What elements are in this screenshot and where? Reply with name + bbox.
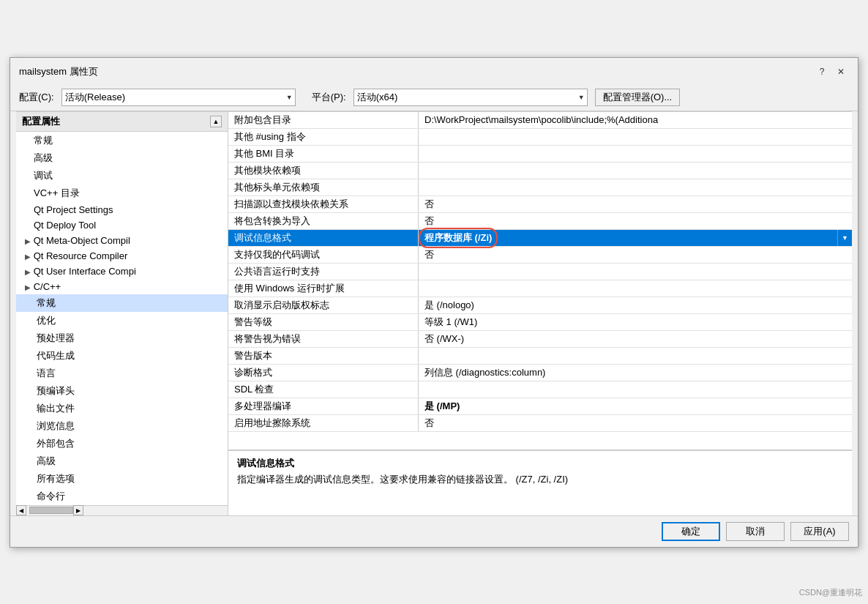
tree-item-cpp-cmd[interactable]: 命令行: [16, 488, 228, 505]
props-row-win-runtime[interactable]: 使用 Windows 运行时扩展: [228, 280, 852, 297]
tree-item-general[interactable]: 常规: [16, 132, 228, 149]
config-select[interactable]: 活动(Release): [61, 89, 296, 106]
tree-item-cpp-browse[interactable]: 浏览信息: [16, 417, 228, 435]
prop-name-scan-dep: 扫描源以查找模块依赖关系: [228, 196, 419, 212]
close-button[interactable]: ✕: [833, 64, 849, 80]
config-manager-button[interactable]: 配置管理器(O)...: [595, 89, 681, 106]
prop-value-debug-format: 程序数据库 (/Zi): [419, 230, 837, 246]
platform-label: 平台(P):: [312, 91, 346, 104]
ok-button[interactable]: 确定: [662, 522, 720, 541]
title-controls: ? ✕: [814, 64, 849, 80]
tree-item-cpp-output[interactable]: 输出文件: [16, 400, 228, 417]
cancel-button[interactable]: 取消: [726, 522, 785, 541]
tree-item-label: Qt User Interface Compi: [34, 266, 136, 277]
tree-item-cpp-codegen[interactable]: 代码生成: [16, 347, 228, 365]
prop-value-convert-include: 否: [419, 213, 852, 229]
props-row-multi-proc[interactable]: 多处理器编译是 (/MP): [228, 398, 852, 415]
props-row-just-my-code[interactable]: 支持仅我的代码调试否: [228, 247, 852, 264]
prop-value-scan-dep: 否: [419, 196, 852, 212]
props-row-additional-include[interactable]: 附加包含目录D:\WorkProject\mailsystem\pocolib\…: [228, 112, 852, 129]
description-panel: 调试信息格式 指定编译器生成的调试信息类型。这要求使用兼容的链接器设置。 (/Z…: [228, 450, 852, 515]
prop-name-multi-proc: 多处理器编译: [228, 398, 419, 414]
props-row-sdl-check[interactable]: SDL 检查: [228, 381, 852, 398]
props-row-warning-level[interactable]: 警告等级等级 1 (/W1): [228, 314, 852, 331]
props-row-scan-dep[interactable]: 扫描源以查找模块依赖关系否: [228, 196, 852, 213]
tree-item-cpp-preprocess[interactable]: 预处理器: [16, 329, 228, 347]
tree-item-cpp-all[interactable]: 所有选项: [16, 470, 228, 488]
tree-header-label: 配置属性: [22, 115, 60, 128]
hscroll-left[interactable]: ◀: [16, 505, 26, 515]
prop-value-just-my-code: 否: [419, 247, 852, 263]
tree-item-label: Qt Project Settings: [34, 204, 113, 215]
tree-panel-inner: 常规高级调试VC++ 目录Qt Project SettingsQt Deplo…: [16, 132, 228, 505]
tree-item-label: 语言: [37, 368, 56, 379]
props-row-convert-include[interactable]: 将包含转换为导入否: [228, 213, 852, 230]
props-row-warning-ver[interactable]: 警告版本: [228, 348, 852, 365]
hscroll-right[interactable]: ▶: [73, 505, 83, 515]
props-row-module-dep[interactable]: 其他模块依赖项: [228, 163, 852, 179]
help-button[interactable]: ?: [814, 64, 830, 80]
prop-name-clr-support: 公共语言运行时支持: [228, 264, 419, 280]
props-row-clr-support[interactable]: 公共语言运行时支持: [228, 264, 852, 280]
tree-item-cpp-external[interactable]: 外部包含: [16, 435, 228, 452]
prop-value-using-dir: [419, 129, 852, 145]
tree-item-cpp-lang[interactable]: 语言: [16, 365, 228, 382]
tree-hscroll[interactable]: ◀ ▶: [16, 505, 228, 515]
prop-name-warning-ver: 警告版本: [228, 348, 419, 364]
tree-item-label: Qt Meta-Object Compil: [34, 235, 130, 246]
apply-button[interactable]: 应用(A): [790, 522, 849, 541]
tree-item-qt-project[interactable]: Qt Project Settings: [16, 202, 228, 217]
prop-value-suppress-banner: 是 (/nologo): [419, 297, 852, 313]
tree-item-advanced[interactable]: 高级: [16, 149, 228, 167]
tree-item-label: 高级: [34, 152, 53, 163]
props-row-suppress-banner[interactable]: 取消显示启动版权标志是 (/nologo): [228, 297, 852, 314]
props-table[interactable]: 附加包含目录D:\WorkProject\mailsystem\pocolib\…: [228, 112, 852, 450]
prop-name-suppress-banner: 取消显示启动版权标志: [228, 297, 419, 313]
tree-item-label: 常规: [34, 135, 53, 146]
tree-item-cpp-optimize[interactable]: 优化: [16, 312, 228, 329]
tree-item-cpp-general[interactable]: 常规: [16, 294, 228, 312]
props-row-addr-sanitizer[interactable]: 启用地址擦除系统否: [228, 415, 852, 432]
tree-item-label: 代码生成: [37, 350, 75, 361]
tree-item-label: 常规: [37, 297, 56, 308]
prop-name-diag-format: 诊断格式: [228, 365, 419, 381]
prop-value-warning-error: 否 (/WX-): [419, 331, 852, 347]
tree-item-vc-dirs[interactable]: VC++ 目录: [16, 184, 228, 202]
props-row-header-dep[interactable]: 其他标头单元依赖项: [228, 179, 852, 196]
tree-item-label: 浏览信息: [37, 420, 75, 431]
tree-item-cpp-adv[interactable]: 高级: [16, 452, 228, 470]
tree-scroll-up[interactable]: ▲: [210, 116, 222, 127]
tree-item-label: 调试: [34, 170, 53, 181]
tree-item-debug[interactable]: 调试: [16, 167, 228, 184]
config-select-wrapper[interactable]: 活动(Release): [61, 89, 296, 106]
main-content: 配置属性 ▲ 常规高级调试VC++ 目录Qt Project SettingsQ…: [16, 111, 852, 515]
props-row-debug-format[interactable]: 调试信息格式 程序数据库 (/Zi) ▼: [228, 230, 852, 247]
prop-name-debug-format: 调试信息格式: [228, 230, 419, 246]
props-row-using-dir[interactable]: 其他 #using 指令: [228, 129, 852, 146]
prop-value-header-dep: [419, 179, 852, 195]
prop-name-just-my-code: 支持仅我的代码调试: [228, 247, 419, 263]
prop-value-multi-proc: 是 (/MP): [419, 398, 852, 414]
tree-item-qt-ui[interactable]: ▶ Qt User Interface Compi: [16, 264, 228, 279]
tree-item-qt-resource[interactable]: ▶ Qt Resource Compiler: [16, 248, 228, 264]
platform-select[interactable]: 活动(x64): [353, 89, 588, 106]
tree-item-qt-meta[interactable]: ▶ Qt Meta-Object Compil: [16, 233, 228, 248]
expand-icon: ▶: [25, 283, 31, 291]
tree-item-cpp-pch[interactable]: 预编译头: [16, 382, 228, 400]
watermark: CSDN@重逢明花: [799, 587, 862, 598]
props-row-bmi-dir[interactable]: 其他 BMI 目录: [228, 146, 852, 163]
dropdown-arrow-debug-format[interactable]: ▼: [837, 230, 852, 246]
props-row-warning-error[interactable]: 将警告视为错误否 (/WX-): [228, 331, 852, 348]
description-text: 指定编译器生成的调试信息类型。这要求使用兼容的链接器设置。 (/Z7, /Zi,…: [237, 473, 843, 486]
props-row-diag-format[interactable]: 诊断格式列信息 (/diagnostics:column): [228, 365, 852, 381]
prop-name-module-dep: 其他模块依赖项: [228, 163, 419, 179]
hscroll-thumb[interactable]: [29, 507, 73, 514]
bottom-bar: 确定 取消 应用(A): [10, 515, 858, 547]
tree-item-qt-deploy[interactable]: Qt Deploy Tool: [16, 217, 228, 233]
tree-item-label: 外部包含: [37, 438, 75, 449]
prop-value-warning-level: 等级 1 (/W1): [419, 314, 852, 330]
tree-item-cpp[interactable]: ▶ C/C++: [16, 279, 228, 294]
platform-select-wrapper[interactable]: 活动(x64): [353, 89, 588, 106]
expand-icon: ▶: [25, 268, 31, 276]
tree-body[interactable]: 常规高级调试VC++ 目录Qt Project SettingsQt Deplo…: [16, 132, 228, 505]
